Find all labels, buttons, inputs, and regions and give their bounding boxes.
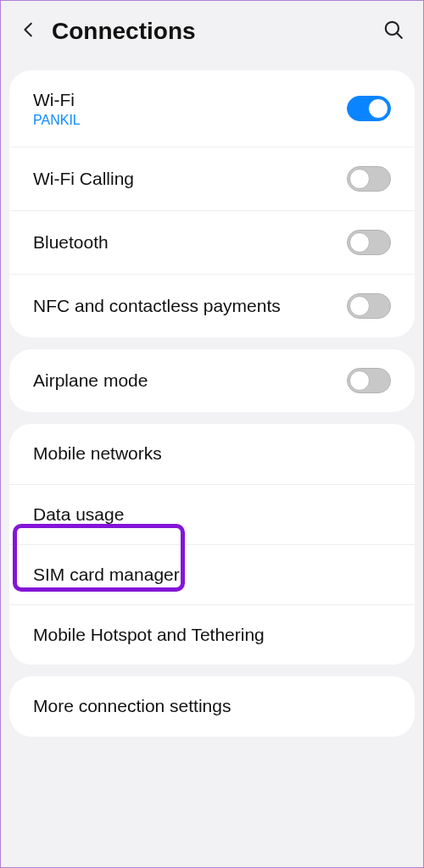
svg-line-1 xyxy=(397,33,401,37)
data-usage-label: Data usage xyxy=(33,504,391,526)
header: Connections xyxy=(1,1,423,58)
wifi-calling-label: Wi-Fi Calling xyxy=(33,168,347,190)
wifi-row[interactable]: Wi-Fi PANKIL xyxy=(9,70,415,147)
wifi-toggle[interactable] xyxy=(347,96,391,121)
hotspot-tethering-row[interactable]: Mobile Hotspot and Tethering xyxy=(9,605,415,665)
nfc-row[interactable]: NFC and contactless payments xyxy=(9,275,415,337)
hotspot-tethering-label: Mobile Hotspot and Tethering xyxy=(33,624,391,646)
mobile-networks-row[interactable]: Mobile networks xyxy=(9,424,415,484)
wifi-network: PANKIL xyxy=(33,113,347,128)
bluetooth-label: Bluetooth xyxy=(33,231,347,253)
airplane-mode-toggle[interactable] xyxy=(347,368,391,393)
sim-card-manager-row[interactable]: SIM card manager xyxy=(9,545,415,605)
search-icon[interactable] xyxy=(382,19,404,44)
wifi-calling-row[interactable]: Wi-Fi Calling xyxy=(9,147,415,211)
connections-group-3: Mobile networks Data usage SIM card mana… xyxy=(9,424,415,665)
connections-group-2: Airplane mode xyxy=(9,349,415,412)
nfc-label: NFC and contactless payments xyxy=(33,295,347,317)
mobile-networks-label: Mobile networks xyxy=(33,442,391,465)
data-usage-row[interactable]: Data usage xyxy=(9,485,415,545)
sim-card-manager-label: SIM card manager xyxy=(33,564,391,586)
connections-group-4: More connection settings xyxy=(9,676,415,736)
wifi-label: Wi-Fi xyxy=(33,89,347,111)
more-connection-settings-row[interactable]: More connection settings xyxy=(9,676,415,736)
airplane-mode-row[interactable]: Airplane mode xyxy=(9,349,415,412)
wifi-calling-toggle[interactable] xyxy=(347,166,391,192)
more-connection-settings-label: More connection settings xyxy=(33,695,391,717)
bluetooth-toggle[interactable] xyxy=(347,230,391,255)
nfc-toggle[interactable] xyxy=(347,293,391,319)
page-title: Connections xyxy=(52,18,369,45)
connections-group-1: Wi-Fi PANKIL Wi-Fi Calling Bluetooth NFC… xyxy=(9,70,415,337)
airplane-mode-label: Airplane mode xyxy=(33,370,347,392)
back-icon[interactable] xyxy=(20,20,38,42)
bluetooth-row[interactable]: Bluetooth xyxy=(9,211,415,275)
